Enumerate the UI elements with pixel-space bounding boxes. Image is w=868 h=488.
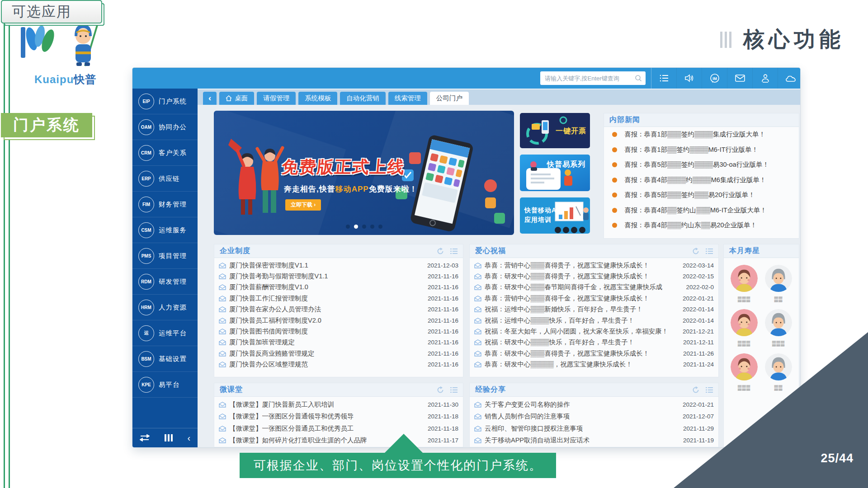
- search-icon[interactable]: [635, 75, 642, 82]
- list-item[interactable]: 祝福：运维中心▒▒▒新婚快乐，百年好合，早生贵子！ 2022-01-14: [474, 304, 714, 315]
- news-item[interactable]: 喜报：恭喜4部▒▒签约山▒▒▒M6-IT企业版大单！: [604, 203, 799, 218]
- promo-card-app-training[interactable]: 快普移动APP应用培训: [520, 197, 590, 234]
- menu-item-portal-active[interactable]: 门户系统: [1, 113, 92, 137]
- collapse-left-icon[interactable]: ‹: [187, 433, 190, 442]
- birthday-person[interactable]: ▒▒▒: [728, 309, 760, 347]
- carousel-dot[interactable]: [378, 225, 382, 229]
- list-item[interactable]: 厦门快普员工福利管理制度V2.0 2021-11-16: [219, 315, 458, 326]
- list-menu-icon[interactable]: [706, 248, 713, 254]
- list-item[interactable]: 厦门快普加班管理规定 2021-11-16: [219, 337, 458, 348]
- carousel-dot[interactable]: [362, 225, 366, 229]
- list-menu-icon[interactable]: [450, 248, 458, 254]
- tab-lead-management[interactable]: 线索管理: [388, 92, 427, 105]
- list-item[interactable]: 厦门快普在家办公人员管理办法 2021-11-16: [219, 304, 458, 315]
- list-item[interactable]: 恭喜：研发中心▒▒▒喜得贵子，祝愿宝宝健康快乐成长！ 2021-11-26: [474, 348, 714, 359]
- menu-item[interactable]: 可选应用: [1, 0, 102, 23]
- mail-icon[interactable]: [727, 68, 753, 89]
- carousel-dot-active[interactable]: [354, 225, 358, 229]
- tab-marketing-automation[interactable]: 自动化营销: [340, 92, 386, 105]
- sidebar-module-item[interactable]: BSM 基础设置: [132, 346, 198, 372]
- tab-label: 线索管理: [395, 94, 421, 103]
- list-item[interactable]: 恭喜：营销中心▒▒▒喜得千金，祝愿宝宝健康快乐成长！ 2022-01-21: [474, 293, 714, 304]
- sidebar-module-item[interactable]: PMS 项目管理: [132, 243, 198, 269]
- birthday-person[interactable]: ▒▒▒: [728, 264, 760, 302]
- cloud-icon[interactable]: [778, 68, 800, 89]
- refresh-icon[interactable]: [437, 386, 444, 394]
- list-item[interactable]: 厦门快普考勤与假期管理制度V1.1 2021-11-16: [219, 271, 458, 282]
- promo-card-easy-series[interactable]: 快普易系列: [520, 155, 590, 191]
- birthday-person[interactable]: ▒▒▒: [763, 309, 794, 347]
- search-box[interactable]: [540, 71, 646, 85]
- bullet-list-icon[interactable]: [651, 68, 677, 89]
- list-item[interactable]: 恭喜：研发中心▒▒▒喜得贵子，祝愿宝宝健康快乐成长！ 2022-02-15: [474, 271, 714, 282]
- list-item[interactable]: 厦门快普保密管理制度V1.1 2021-12-03: [219, 260, 458, 271]
- user-icon[interactable]: [753, 68, 778, 89]
- refresh-icon[interactable]: [437, 248, 444, 255]
- list-item[interactable]: 云相印、智管印接口授权注意事项 2021-11-29: [474, 422, 714, 435]
- list-item[interactable]: 厦门快普图书借阅管理制度 2021-11-16: [219, 326, 458, 337]
- sidebar-module-item[interactable]: OAM 协同办公: [132, 114, 198, 140]
- sidebar-module-item[interactable]: CRM 客户关系: [132, 140, 198, 166]
- list-item[interactable]: 关于移动APP取消自动退出对应话术 2021-11-19: [474, 435, 714, 447]
- list-menu-icon[interactable]: [706, 387, 713, 393]
- swap-icon[interactable]: [140, 434, 150, 441]
- promo-card-invoice[interactable]: 一键开票: [520, 113, 590, 148]
- search-input[interactable]: [544, 75, 635, 82]
- birthday-person[interactable]: ▒▒▒: [728, 353, 760, 391]
- news-item[interactable]: 喜报：恭喜4部▒▒▒▒约▒▒▒▒M6集成行业版单！: [604, 173, 799, 188]
- list-item[interactable]: 厦门快普工作汇报管理制度 2021-11-16: [219, 293, 458, 304]
- tab-back-button[interactable]: ‹: [203, 92, 217, 105]
- tab-system-template[interactable]: 系统模板: [298, 92, 337, 105]
- list-item[interactable]: 恭喜：营销中心▒▒▒喜得贵子，祝愿宝宝健康快乐成长！ 2022-03-14: [474, 260, 714, 271]
- list-item[interactable]: 厦门快普反商业贿赂管理规定 2021-11-16: [219, 348, 458, 359]
- sidebar-module-item[interactable]: FIM 财务管理: [132, 192, 198, 217]
- list-item[interactable]: 关于客户变更公司名称的操作 2022-01-21: [474, 399, 714, 411]
- im-icon[interactable]: IM: [702, 68, 727, 89]
- list-item[interactable]: 厦门快普办公区域整理规范 2021-11-16: [219, 359, 458, 370]
- speaker-icon[interactable]: [677, 68, 702, 89]
- birthday-person[interactable]: ▒▒: [763, 353, 794, 391]
- birthday-person[interactable]: ▒▒: [763, 264, 794, 302]
- list-item[interactable]: 销售人员制作合同的注意事项 2021-12-07: [474, 411, 714, 423]
- news-item[interactable]: 喜报：恭喜1部▒▒▒签约▒▒▒▒集成行业版大单！: [604, 127, 799, 142]
- list-item[interactable]: 恭喜：研发中心▒▒▒春节期间喜得千金，祝愿宝宝健康快乐成 2022-02-0: [474, 282, 714, 293]
- tab-desktop[interactable]: 桌面: [219, 92, 254, 105]
- news-item[interactable]: 喜报：恭喜5部▒▒▒签约▒▒▒▒易30-oa行业版单！: [604, 157, 799, 173]
- avatar: [764, 264, 793, 292]
- news-item[interactable]: 喜报：恭喜4部▒▒▒约山东▒▒易20企业版单！: [604, 218, 799, 233]
- list-item[interactable]: 恭喜：研发中心▒▒▒▒▒，祝愿宝宝健康快乐成长！ 2021-11-24: [474, 359, 714, 370]
- list-item[interactable]: 【微课堂】厦门快普新员工入职培训 2021-11-30: [219, 399, 458, 411]
- list-menu-icon[interactable]: [450, 387, 458, 393]
- list-item[interactable]: 【微课堂】一张图区分普通员工和优秀员工 2021-11-18: [219, 422, 458, 435]
- list-item[interactable]: 祝福：研发中心▒▒▒▒快乐，百年好合，早生贵子！ 2021-12-11: [474, 337, 714, 348]
- refresh-icon[interactable]: [692, 386, 699, 394]
- carousel-banner[interactable]: 免费版正式上线 奔走相告,快普移动APP免费版来啦！ 立即下载 ›: [214, 111, 514, 235]
- list-item[interactable]: 厦门快普薪酬管理制度V1.0 2021-11-16: [219, 282, 458, 293]
- sidebar-module-item[interactable]: CSM 运维服务: [132, 217, 198, 243]
- sidebar-module-item[interactable]: HRM 人力资源: [132, 295, 198, 320]
- sidebar-module-item[interactable]: RDM 研发管理: [132, 269, 198, 295]
- envelope-icon: [474, 296, 481, 301]
- refresh-icon[interactable]: [692, 248, 699, 255]
- sidebar-module-item[interactable]: 运 运维平台: [132, 320, 198, 346]
- list-item[interactable]: 祝福：冬至大如年，人间小团圆，祝大家冬至快乐，幸福安康！ 2021-12-21: [474, 326, 714, 337]
- news-item[interactable]: 喜报：恭喜1部▒▒签约▒▒▒▒M6-IT行业版单！: [604, 142, 799, 158]
- bars-icon[interactable]: [164, 434, 173, 442]
- item-text: 厦门快普员工福利管理制度V2.0: [229, 316, 425, 325]
- tab-company-portal[interactable]: 公司门户: [430, 92, 469, 105]
- module-badge: OAM: [138, 119, 154, 135]
- bullet-dot-icon: [612, 178, 617, 183]
- list-item[interactable]: 祝福：运维中心▒▒▒▒快乐，百年好合，早生贵子！ 2022-01-14: [474, 315, 714, 326]
- carousel-dot[interactable]: [370, 225, 374, 229]
- sidebar-module-item[interactable]: ERP 供应链: [132, 166, 198, 192]
- carousel-dot[interactable]: [346, 225, 350, 229]
- item-text: 祝福：冬至大如年，人间小团圆，祝大家冬至快乐，幸福安康！: [485, 327, 679, 336]
- download-button[interactable]: 立即下载 ›: [285, 199, 321, 211]
- sidebar-module-item[interactable]: EIP 门户系统: [132, 89, 198, 114]
- tab-leave-management[interactable]: 请假管理: [257, 92, 296, 105]
- envelope-icon: [474, 318, 481, 324]
- news-item[interactable]: 喜报：恭喜5部▒▒▒签约▒▒▒易20行业版单！: [604, 188, 799, 203]
- list-item[interactable]: 【微课堂】一张图区分普通领导和优秀领导 2021-11-18: [219, 411, 458, 423]
- sidebar-module-item[interactable]: KPE 易平台: [132, 372, 198, 398]
- panel-title: 爱心祝福: [475, 246, 692, 256]
